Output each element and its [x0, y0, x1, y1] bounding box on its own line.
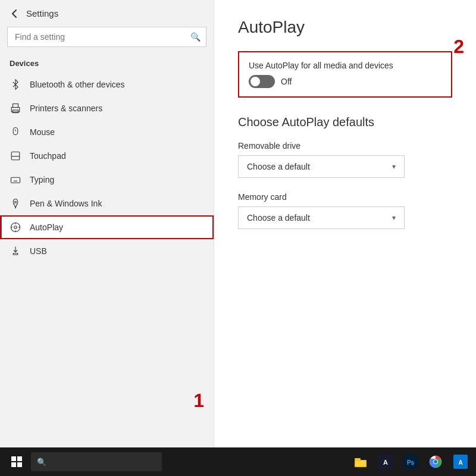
sidebar-title: Settings: [26, 8, 58, 18]
sidebar-item-bluetooth[interactable]: Bluetooth & other devices: [0, 73, 214, 96]
svg-rect-20: [11, 456, 16, 461]
taskbar: 🔍 A Ps: [0, 447, 476, 476]
usb-icon: [10, 245, 21, 257]
removable-drive-dropdown[interactable]: Choose a default ▾: [238, 155, 405, 178]
chevron-down-icon: ▾: [392, 214, 396, 222]
sidebar-item-mouse[interactable]: Mouse: [0, 120, 214, 144]
svg-point-13: [15, 201, 17, 203]
sidebar-item-label: Printers & scanners: [30, 104, 102, 113]
svg-rect-21: [17, 456, 22, 461]
sidebar-item-label: Typing: [30, 175, 54, 184]
svg-text:A: A: [458, 459, 462, 466]
photoshop-taskbar-icon[interactable]: Ps: [400, 451, 421, 472]
pen-icon: [10, 198, 21, 209]
svg-rect-23: [17, 462, 22, 467]
sidebar-item-pen[interactable]: Pen & Windows Ink: [0, 192, 214, 215]
touchpad-icon: [10, 150, 21, 162]
chevron-down-icon: ▾: [392, 162, 396, 171]
memory-card-dropdown[interactable]: Choose a default ▾: [238, 206, 405, 229]
autoplay-icon: [10, 221, 21, 233]
svg-rect-22: [11, 462, 16, 467]
start-button[interactable]: [5, 450, 29, 474]
svg-rect-2: [13, 110, 18, 113]
memory-card-value: Choose a default: [247, 213, 310, 223]
sidebar-item-label: Touchpad: [30, 151, 66, 161]
svg-rect-24: [355, 458, 361, 460]
autoplay-toggle-section: Use AutoPlay for all media and devices O…: [238, 51, 452, 98]
acrobat-taskbar-icon[interactable]: A: [375, 451, 396, 472]
autoplay-toggle[interactable]: [249, 75, 275, 88]
sidebar-item-label: AutoPlay: [30, 223, 63, 232]
search-box: 🔍: [7, 27, 206, 47]
sidebar: Settings 🔍 Devices Bluetooth & other dev…: [0, 0, 214, 447]
svg-rect-7: [11, 177, 20, 183]
memory-card-section: Memory card Choose a default ▾: [238, 192, 452, 229]
annotation-1: 1: [193, 390, 204, 412]
back-button[interactable]: [10, 9, 19, 18]
keyboard-icon: [10, 174, 21, 186]
sidebar-item-printers[interactable]: Printers & scanners: [0, 96, 214, 120]
removable-drive-section: Removable drive Choose a default ▾: [238, 141, 452, 178]
annotation-2: 2: [453, 36, 464, 58]
sidebar-item-usb[interactable]: USB: [0, 239, 214, 263]
defaults-title: Choose AutoPlay defaults: [238, 115, 452, 129]
toggle-row: Off: [249, 75, 441, 88]
removable-drive-value: Choose a default: [247, 162, 310, 171]
sidebar-item-label: Pen & Windows Ink: [30, 199, 102, 208]
section-label: Devices: [0, 57, 214, 73]
mouse-icon: [10, 126, 21, 138]
sidebar-item-touchpad[interactable]: Touchpad: [0, 144, 214, 168]
toggle-label: Use AutoPlay for all media and devices: [249, 61, 441, 70]
svg-text:A: A: [383, 459, 388, 466]
svg-text:Ps: Ps: [407, 459, 415, 466]
search-input[interactable]: [7, 27, 206, 47]
taskbar-right: A Ps A: [350, 451, 471, 472]
printer-icon: [10, 102, 21, 114]
svg-rect-26: [356, 461, 365, 466]
chrome-taskbar-icon[interactable]: [425, 451, 446, 472]
sidebar-item-label: Bluetooth & other devices: [30, 80, 125, 89]
svg-rect-5: [11, 152, 20, 160]
sidebar-item-typing[interactable]: Typing: [0, 168, 214, 192]
taskbar-search-icon: 🔍: [37, 458, 46, 466]
taskbar-search[interactable]: 🔍: [31, 452, 162, 471]
sidebar-item-label: USB: [30, 246, 47, 256]
removable-drive-label: Removable drive: [238, 141, 452, 151]
sidebar-header: Settings: [0, 0, 214, 27]
page-title: AutoPlay: [238, 18, 452, 37]
file-explorer-taskbar-icon[interactable]: [350, 451, 371, 472]
svg-rect-0: [13, 104, 18, 108]
svg-point-34: [434, 460, 437, 464]
sidebar-item-autoplay[interactable]: AutoPlay: [0, 215, 214, 239]
content-area: AutoPlay Use AutoPlay for all media and …: [214, 0, 476, 447]
search-icon: 🔍: [190, 32, 201, 42]
toggle-state-text: Off: [281, 77, 292, 86]
sidebar-item-label: Mouse: [30, 127, 55, 137]
azure-taskbar-icon[interactable]: A: [450, 451, 471, 472]
svg-point-15: [14, 226, 17, 229]
bluetooth-icon: [10, 79, 21, 90]
memory-card-label: Memory card: [238, 192, 452, 202]
